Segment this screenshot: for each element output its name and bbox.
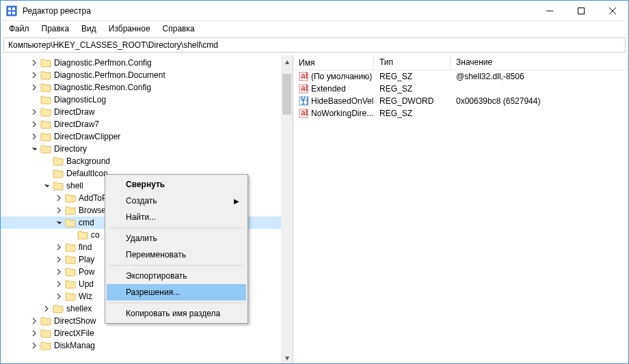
context-menu-item[interactable]: Разрешения... — [107, 284, 246, 300]
expander-icon[interactable] — [54, 267, 64, 277]
svg-rect-2 — [12, 8, 15, 10]
tree-item-label: DiskManag — [54, 341, 95, 350]
address-bar[interactable]: Компьютер\HKEY_CLASSES_ROOT\Directory\sh… — [3, 38, 626, 53]
tree-item[interactable]: DirectDraw — [1, 106, 293, 118]
expander-icon[interactable] — [29, 144, 39, 154]
menu-help[interactable]: Справка — [157, 23, 200, 35]
expander-icon[interactable] — [54, 193, 64, 203]
expander-icon[interactable] — [54, 292, 64, 301]
context-menu-item[interactable]: Свернуть — [107, 176, 246, 193]
cell-value: 0x00639bc8 (6527944) — [451, 96, 628, 106]
context-menu-item[interactable]: Копировать имя раздела — [107, 305, 246, 322]
tree-item[interactable]: DirectDraw7 — [1, 118, 293, 130]
expander-icon[interactable] — [54, 255, 64, 264]
folder-icon — [65, 193, 76, 203]
tree-item-label: DirectXFile — [54, 328, 94, 338]
folder-icon — [65, 242, 76, 252]
context-menu-item[interactable]: Экспортировать — [107, 268, 246, 284]
value-name: (По умолчанию) — [311, 72, 372, 81]
context-menu-separator — [108, 303, 245, 303]
folder-icon — [40, 83, 51, 92]
tree-item-label: DirectShow — [54, 316, 96, 326]
header-name[interactable]: Имя — [293, 55, 374, 70]
window-controls — [534, 1, 628, 21]
maximize-button[interactable] — [565, 1, 597, 21]
folder-icon — [77, 230, 88, 240]
list-row[interactable]: abExtendedREG_SZ — [293, 83, 628, 95]
context-menu-item-label: Свернуть — [126, 180, 165, 189]
expander-icon[interactable] — [29, 70, 39, 80]
tree-item[interactable]: Diagnostic.Perfmon.Document — [1, 69, 293, 81]
list-row[interactable]: 011110HideBasedOnVel...REG_DWORD0x00639b… — [293, 95, 628, 107]
tree-item[interactable]: Background — [1, 155, 293, 167]
tree-item-label: Background — [66, 156, 110, 166]
context-menu-separator — [108, 265, 245, 266]
context-menu-item[interactable]: Переименовать — [107, 247, 246, 263]
expander-icon[interactable] — [29, 132, 39, 141]
header-value[interactable]: Значение — [451, 55, 628, 70]
expander-empty — [42, 156, 51, 166]
expander-icon[interactable] — [29, 328, 39, 338]
context-menu-item[interactable]: Найти... — [107, 209, 246, 225]
titlebar: Редактор реестра — [1, 1, 628, 21]
list-row[interactable]: ab(По умолчанию)REG_SZ@shell32.dll,-8506 — [293, 70, 628, 83]
expander-icon[interactable] — [29, 341, 39, 350]
folder-icon — [53, 169, 64, 178]
context-menu-item[interactable]: Создать▶ — [107, 193, 246, 209]
expander-icon[interactable] — [42, 304, 51, 313]
expander-icon[interactable] — [54, 242, 64, 252]
minimize-button[interactable] — [534, 1, 565, 21]
tree-item-label: DirectDraw — [54, 107, 94, 117]
expander-empty — [42, 169, 51, 178]
context-menu-separator — [108, 227, 245, 228]
context-menu-item-label: Переименовать — [126, 250, 186, 260]
cell-name: ab(По умолчанию) — [293, 72, 374, 81]
folder-icon — [40, 107, 51, 117]
svg-text:ab: ab — [301, 72, 308, 81]
header-type[interactable]: Тип — [374, 55, 451, 70]
list-row[interactable]: abNoWorkingDire...REG_SZ — [293, 107, 628, 120]
folder-icon — [65, 206, 76, 215]
tree-item[interactable]: DirectDrawClipper — [1, 130, 293, 143]
expander-icon[interactable] — [54, 218, 64, 227]
tree-scrollbar[interactable]: ▴ ▾ — [281, 55, 293, 363]
context-menu: СвернутьСоздать▶Найти...УдалитьПереимено… — [105, 174, 248, 324]
context-menu-item[interactable]: Удалить — [107, 230, 246, 247]
svg-rect-1 — [8, 8, 11, 10]
expander-icon[interactable] — [29, 58, 39, 68]
tree-item[interactable]: DirectXFile — [1, 327, 293, 339]
context-menu-item-label: Создать — [126, 196, 157, 206]
tree-item-label: shell — [66, 181, 83, 191]
value-name: Extended — [311, 84, 346, 94]
expander-icon[interactable] — [29, 316, 39, 326]
cell-type: REG_SZ — [374, 109, 451, 118]
expander-icon[interactable] — [54, 206, 64, 215]
tree-item[interactable]: Directory — [1, 143, 293, 155]
folder-icon — [40, 341, 51, 350]
expander-icon[interactable] — [29, 107, 39, 117]
list-pane: Имя Тип Значение ab(По умолчанию)REG_SZ@… — [293, 55, 628, 363]
tree-item[interactable]: DiagnosticLog — [1, 94, 293, 106]
folder-icon — [65, 218, 76, 227]
svg-rect-3 — [8, 12, 11, 14]
tree-item-label: DirectDrawClipper — [54, 132, 120, 141]
tree-item[interactable]: DiskManag — [1, 339, 293, 352]
scroll-up-icon[interactable]: ▴ — [281, 55, 293, 67]
expander-icon[interactable] — [42, 181, 51, 191]
expander-icon[interactable] — [29, 120, 39, 129]
menu-view[interactable]: Вид — [76, 23, 102, 35]
menu-file[interactable]: Файл — [3, 23, 35, 35]
close-button[interactable] — [597, 1, 628, 21]
tree-item-label: Wiz — [79, 292, 92, 301]
tree-item[interactable]: Diagnostic.Perfmon.Config — [1, 57, 293, 69]
content-area: Diagnostic.Perfmon.ConfigDiagnostic.Perf… — [1, 55, 628, 363]
folder-icon — [40, 144, 51, 154]
menu-favorites[interactable]: Избранное — [103, 23, 156, 35]
expander-icon[interactable] — [29, 83, 39, 92]
expander-icon[interactable] — [54, 279, 64, 289]
folder-icon — [40, 70, 51, 80]
tree-item-label: Diagnostic.Resmon.Config — [54, 83, 151, 92]
scroll-down-icon[interactable]: ▾ — [281, 352, 293, 363]
tree-item[interactable]: Diagnostic.Resmon.Config — [1, 81, 293, 94]
menu-edit[interactable]: Правка — [36, 23, 75, 35]
